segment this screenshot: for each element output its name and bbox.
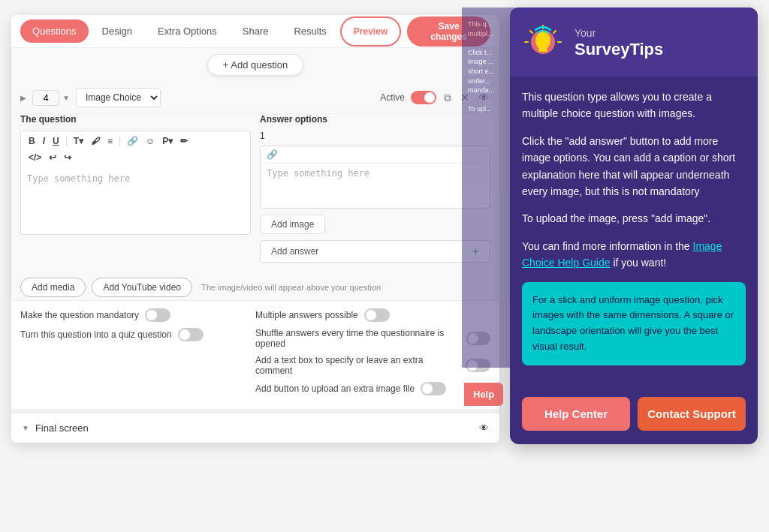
tab-share[interactable]: Share	[231, 20, 281, 43]
italic-btn[interactable]: I	[40, 134, 48, 148]
tips-panel: Your SurveyTips This question type allow…	[510, 8, 758, 444]
quiz-label: Turn this question into a quiz question	[20, 329, 172, 340]
media-hint: The image/video will appear above your q…	[201, 283, 381, 292]
text-color-btn[interactable]: T▾	[71, 134, 86, 148]
svg-point-1	[535, 32, 550, 50]
textbox-option: Add a text box to specify or leave an ex…	[255, 355, 490, 376]
question-number-display: ▼	[32, 90, 70, 106]
add-youtube-button[interactable]: Add YouTube video	[92, 278, 192, 297]
side-peek-text1: This q...	[468, 20, 516, 29]
tip-text-4a: You can find more information in the	[522, 240, 690, 252]
quiz-toggle[interactable]	[178, 328, 204, 341]
question-header-row: ▶ ▼ Image Choice Active ⧉ ✕ 👁	[11, 82, 499, 114]
tab-design[interactable]: Design	[90, 20, 144, 43]
tip-text-3: To upload the image, press "add image".	[522, 210, 746, 227]
side-peek-text3: Click t...	[468, 48, 516, 58]
side-peek-text6: under...	[468, 77, 516, 86]
upload-option: Add button to upload an extra image file	[255, 382, 490, 395]
tip-text-2: Click the "add answer" button to add mor…	[522, 133, 746, 200]
final-screen-eye-icon[interactable]: 👁	[479, 422, 489, 434]
preview-button[interactable]: Preview	[340, 17, 401, 47]
code-btn[interactable]: </>	[26, 151, 44, 164]
help-tab[interactable]: Help	[464, 383, 503, 406]
textbox-label: Add a text box to specify or leave an ex…	[255, 355, 460, 376]
collapse-icon: ▼	[22, 424, 29, 432]
underline-btn[interactable]: U	[50, 134, 62, 148]
answer-input-wrap: 🔗 Type something here	[260, 146, 490, 209]
multiple-label: Multiple answers possible	[255, 310, 358, 320]
add-image-button[interactable]: Add image	[260, 215, 325, 234]
answer-section-label: Answer options	[260, 114, 490, 125]
add-question-row: + Add question	[11, 48, 499, 82]
answer-textarea[interactable]: Type something here	[261, 164, 490, 205]
side-peek-text5: short e...	[468, 67, 516, 77]
side-peek-text4: image ...	[468, 57, 516, 67]
shuffle-label: Shuffle answers every time the questionn…	[255, 328, 460, 349]
tips-footer: Help Center Contact Support	[510, 388, 758, 444]
link-btn[interactable]: 🔗	[124, 134, 141, 148]
align-btn[interactable]: ≡	[104, 134, 116, 148]
add-answer-label: Add answer	[271, 246, 318, 257]
logo-icon	[522, 23, 564, 65]
logo-line2: SurveyTips	[574, 40, 663, 59]
active-label: Active	[380, 92, 405, 103]
final-screen-label: Final screen	[35, 422, 89, 434]
tab-extra-options[interactable]: Extra Options	[146, 20, 229, 43]
svg-line-5	[553, 31, 556, 33]
help-center-button[interactable]: Help Center	[522, 397, 630, 431]
tips-body: This question type allows you to create …	[510, 77, 758, 388]
answer-col: Answer options 1 🔗 Type something here A…	[260, 114, 490, 263]
question-col: The question B I U T▾ 🖌 ≡ 🔗 ☺ P▾ ✏ </>	[20, 114, 251, 263]
logo-text: Your SurveyTips	[574, 27, 663, 59]
emoji-btn[interactable]: ☺	[143, 134, 158, 148]
pen-btn[interactable]: ✏	[177, 134, 191, 148]
tabs-bar: Questions Design Extra Options Share Res…	[11, 15, 499, 48]
question-number-input[interactable]	[32, 90, 59, 106]
more-btn[interactable]: P▾	[159, 134, 176, 148]
upload-toggle[interactable]	[421, 382, 446, 395]
text-toolbar: B I U T▾ 🖌 ≡ 🔗 ☺ P▾ ✏ </> ↩ ↪	[20, 131, 251, 167]
contact-support-button[interactable]: Contact Support	[638, 397, 746, 431]
options-col-right: Multiple answers possible Shuffle answer…	[255, 308, 490, 401]
add-media-button[interactable]: Add media	[20, 278, 86, 297]
options-col-left: Make the question mandatory Turn this qu…	[20, 308, 255, 401]
options-section: Make the question mandatory Turn this qu…	[11, 300, 499, 409]
options-columns: Make the question mandatory Turn this qu…	[20, 308, 490, 401]
question-num-arrow: ▼	[62, 94, 70, 102]
upload-label: Add button to upload an extra image file	[255, 383, 415, 394]
mandatory-toggle[interactable]	[145, 308, 170, 322]
side-peek-text7: manda...	[468, 86, 516, 95]
tab-results[interactable]: Results	[282, 20, 338, 43]
shuffle-option: Shuffle answers every time the questionn…	[255, 328, 490, 349]
expand-icon: ▶	[20, 94, 26, 102]
question-type-select[interactable]: Image Choice	[76, 88, 161, 107]
highlight-btn[interactable]: 🖌	[88, 134, 103, 148]
logo-line1: Your	[574, 27, 663, 40]
undo-btn[interactable]: ↩	[46, 151, 59, 164]
answer-number: 1	[260, 131, 490, 141]
tips-header: Your SurveyTips	[510, 8, 758, 77]
question-textarea[interactable]: Type something here	[20, 167, 251, 235]
mandatory-label: Make the question mandatory	[20, 310, 139, 320]
question-section-label: The question	[20, 114, 251, 125]
tip-text-4: You can find more information in the Ima…	[522, 238, 746, 272]
active-toggle[interactable]	[411, 91, 436, 104]
side-peek-text8: To upl...	[468, 104, 516, 114]
svg-line-4	[530, 31, 532, 33]
svg-rect-2	[538, 48, 547, 52]
multiple-option: Multiple answers possible	[255, 308, 490, 322]
mandatory-option: Make the question mandatory	[20, 308, 255, 322]
add-answer-button[interactable]: Add answer +	[260, 240, 490, 263]
answer-toolbar: 🔗	[261, 146, 490, 164]
final-screen-bar: ▼ Final screen 👁	[11, 409, 499, 443]
question-content-area: The question B I U T▾ 🖌 ≡ 🔗 ☺ P▾ ✏ </>	[11, 114, 499, 272]
media-row: Add media Add YouTube video The image/vi…	[11, 272, 499, 300]
copy-icon[interactable]: ⧉	[442, 90, 453, 106]
tab-questions[interactable]: Questions	[20, 20, 89, 43]
side-peek-text2: multipl...	[468, 29, 516, 39]
redo-btn[interactable]: ↪	[61, 151, 74, 164]
multiple-toggle[interactable]	[364, 308, 390, 322]
quiz-option: Turn this question into a quiz question	[20, 328, 255, 341]
bold-btn[interactable]: B	[26, 134, 38, 148]
add-question-button[interactable]: + Add question	[207, 54, 303, 76]
